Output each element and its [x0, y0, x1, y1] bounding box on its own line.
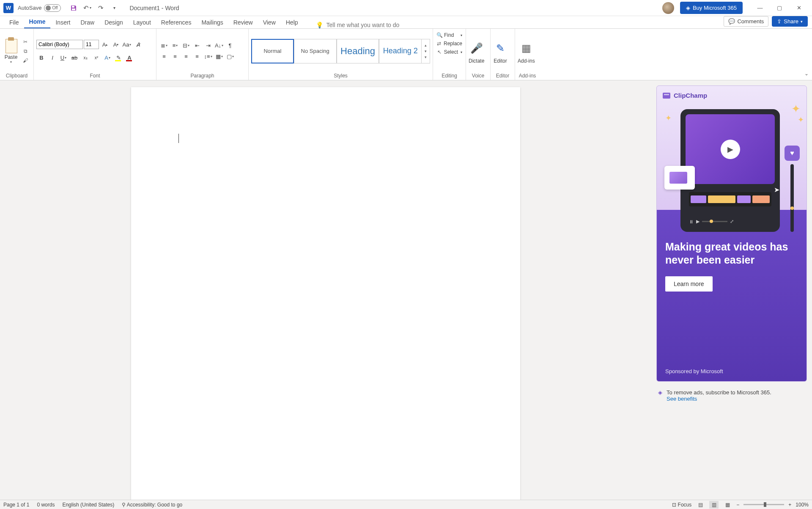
tab-insert[interactable]: Insert: [50, 17, 75, 28]
tab-design[interactable]: Design: [99, 17, 128, 28]
line-spacing-icon[interactable]: ↕≡: [203, 52, 213, 61]
style-normal[interactable]: Normal: [251, 39, 294, 63]
save-icon[interactable]: [69, 3, 79, 13]
replace-button[interactable]: ⇄Replace: [436, 40, 463, 47]
accessibility-status[interactable]: ⚲ Accessibility: Good to go: [122, 502, 182, 508]
document-page[interactable]: [131, 87, 520, 500]
minimize-icon[interactable]: ―: [750, 0, 770, 16]
bold-button[interactable]: B: [36, 53, 47, 62]
style-heading-2[interactable]: Heading 2: [379, 39, 422, 63]
align-center-icon[interactable]: ≡: [170, 52, 180, 61]
voice-group-label: Voice: [469, 72, 488, 80]
share-button[interactable]: ⇪ Share ▾: [772, 16, 808, 27]
sort-icon[interactable]: A↓: [214, 41, 224, 50]
superscript-button[interactable]: x²: [91, 53, 102, 62]
zoom-out-button[interactable]: −: [736, 502, 739, 508]
numbering-icon[interactable]: ≡: [170, 41, 180, 50]
play-icon: [721, 140, 740, 159]
learn-more-button[interactable]: Learn more: [665, 276, 713, 292]
text-effects-icon[interactable]: A: [102, 53, 112, 62]
cursor-icon: ↖: [436, 49, 442, 55]
collapse-ribbon-icon[interactable]: ⌄: [804, 71, 809, 77]
customize-qat-icon[interactable]: ▾: [109, 3, 119, 13]
autosave-label: AutoSave: [18, 5, 41, 11]
copy-icon[interactable]: ⧉: [21, 47, 30, 55]
paste-button[interactable]: Paste ▾: [3, 36, 19, 66]
font-size-combo[interactable]: [84, 40, 99, 49]
justify-icon[interactable]: ≡: [192, 52, 202, 61]
word-count[interactable]: 0 words: [37, 502, 55, 508]
zoom-in-button[interactable]: +: [788, 502, 791, 508]
buy-label: Buy Microsoft 365: [693, 5, 737, 11]
styles-gallery-more[interactable]: ▴▾▾: [422, 39, 430, 63]
grow-font-icon[interactable]: A▴: [100, 40, 110, 49]
page-indicator[interactable]: Page 1 of 1: [3, 502, 29, 508]
autosave-toggle[interactable]: Off: [44, 4, 61, 12]
maximize-icon[interactable]: ▢: [770, 0, 789, 16]
tab-home[interactable]: Home: [24, 16, 51, 28]
font-color-icon[interactable]: A: [124, 53, 134, 62]
tab-review[interactable]: Review: [228, 17, 258, 28]
close-icon[interactable]: ✕: [789, 0, 809, 16]
underline-button[interactable]: U: [58, 53, 69, 62]
strikethrough-button[interactable]: ab: [69, 53, 80, 62]
print-layout-icon[interactable]: ▥: [709, 501, 719, 509]
format-painter-icon[interactable]: 🖌: [21, 56, 30, 65]
star-icon: ✦: [791, 102, 801, 116]
clipboard-icon: [4, 38, 18, 53]
redo-icon[interactable]: ↷: [96, 3, 106, 13]
decrease-indent-icon[interactable]: ⇤: [192, 41, 202, 50]
see-benefits-link[interactable]: See benefits: [667, 396, 697, 402]
tab-layout[interactable]: Layout: [128, 17, 156, 28]
buy-microsoft365-button[interactable]: ◈ Buy Microsoft 365: [680, 2, 743, 14]
editor-button[interactable]: ✎ Editor: [493, 39, 508, 64]
show-hide-icon[interactable]: ¶: [225, 41, 235, 50]
clipchamp-brand: ClipChamp: [674, 92, 707, 99]
svg-rect-1: [72, 8, 75, 10]
undo-icon[interactable]: ↶▾: [82, 3, 92, 13]
tab-mailings[interactable]: Mailings: [196, 17, 228, 28]
comments-button[interactable]: 💬 Comments: [724, 16, 768, 27]
language-indicator[interactable]: English (United States): [62, 502, 114, 508]
editor-group: ✎ Editor Editor: [491, 29, 515, 80]
zoom-slider[interactable]: [743, 504, 784, 505]
shrink-font-icon[interactable]: A▾: [111, 40, 121, 49]
increase-indent-icon[interactable]: ⇥: [203, 41, 213, 50]
select-button[interactable]: ↖Select▾: [436, 48, 463, 56]
microphone-icon: 🎤: [469, 40, 484, 56]
read-mode-icon[interactable]: ▤: [696, 501, 705, 509]
dictate-button[interactable]: 🎤 Dictate: [469, 39, 484, 64]
align-right-icon[interactable]: ≡: [181, 52, 191, 61]
share-label: Share: [784, 18, 798, 25]
document-title: Document1 - Word: [129, 5, 179, 11]
tab-references[interactable]: References: [156, 17, 197, 28]
borders-icon[interactable]: ▢: [225, 52, 235, 61]
zoom-percent[interactable]: 100%: [796, 502, 809, 508]
tab-help[interactable]: Help: [281, 17, 303, 28]
tab-draw[interactable]: Draw: [75, 17, 99, 28]
font-name-combo[interactable]: [36, 40, 83, 49]
align-left-icon[interactable]: ≡: [159, 52, 169, 61]
shading-icon[interactable]: ▦: [214, 52, 224, 61]
cut-icon[interactable]: ✂: [21, 38, 30, 46]
style-no-spacing[interactable]: No Spacing: [294, 39, 337, 63]
document-area[interactable]: [0, 80, 651, 500]
voice-group: 🎤 Dictate Voice: [466, 29, 491, 80]
italic-button[interactable]: I: [47, 53, 58, 62]
style-heading-1[interactable]: Heading: [337, 39, 379, 63]
bullets-icon[interactable]: ≣: [159, 41, 169, 50]
remove-ads-text: To remove ads, subscribe to Microsoft 36…: [667, 389, 771, 396]
clear-formatting-icon[interactable]: A̷: [133, 40, 143, 49]
find-button[interactable]: 🔍Find▾: [436, 31, 463, 39]
multilevel-list-icon[interactable]: ⊟: [181, 41, 191, 50]
tell-me-input[interactable]: [326, 22, 436, 28]
focus-mode-button[interactable]: ⊡ Focus: [672, 502, 691, 508]
change-case-icon[interactable]: Aa: [122, 40, 132, 49]
web-layout-icon[interactable]: ▦: [723, 501, 732, 509]
addins-button[interactable]: ▦ Add-ins: [518, 39, 535, 64]
highlight-color-icon[interactable]: ✎: [113, 53, 123, 62]
user-avatar[interactable]: [662, 2, 674, 14]
tab-file[interactable]: File: [4, 17, 24, 28]
tab-view[interactable]: View: [258, 17, 281, 28]
subscript-button[interactable]: x₂: [80, 53, 91, 62]
